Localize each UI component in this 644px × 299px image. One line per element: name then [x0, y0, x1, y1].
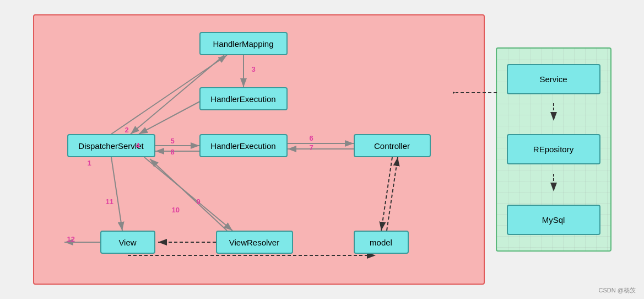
watermark: CSDN @杨茨 [599, 286, 636, 295]
num-12: 12 [67, 235, 75, 243]
num-3: 3 [252, 65, 256, 73]
num-8: 8 [171, 148, 175, 156]
svg-line-19 [387, 157, 398, 231]
svg-line-11 [144, 157, 232, 231]
dispatcher-servlet-box: DispatcherServlet [67, 134, 155, 157]
service-to-repo-arrow [548, 103, 559, 125]
num-4: 4 [136, 141, 140, 150]
num-10: 10 [172, 206, 180, 214]
right-diagram: Service REpository MySql [496, 47, 611, 252]
svg-line-12 [150, 159, 227, 231]
model-box: model [354, 231, 409, 254]
controller-box: Controller [354, 134, 431, 157]
num-9: 9 [197, 197, 201, 206]
num-5: 5 [171, 137, 175, 145]
svg-line-18 [381, 157, 392, 231]
num-1: 1 [88, 159, 91, 167]
handler-execution-mid-box: HandlerExecution [199, 134, 288, 157]
view-resolver-box: ViewResolver [216, 231, 293, 254]
repo-to-mysql-arrow [548, 174, 559, 196]
left-diagram: HandlerMapping HandlerExecution Dispatch… [33, 14, 485, 285]
num-7: 7 [310, 143, 313, 152]
svg-line-13 [111, 157, 122, 231]
num-6: 6 [310, 134, 313, 142]
num-11: 11 [106, 197, 113, 206]
handler-execution-top-box: HandlerExecution [199, 87, 288, 110]
view-box: View [100, 231, 155, 254]
service-box: Service [507, 64, 600, 94]
num-2: 2 [125, 126, 129, 134]
mysql-box: MySql [507, 205, 600, 235]
repository-box: REpository [507, 134, 600, 164]
svg-line-6 [139, 99, 205, 134]
handler-mapping-box: HandlerMapping [199, 32, 288, 55]
